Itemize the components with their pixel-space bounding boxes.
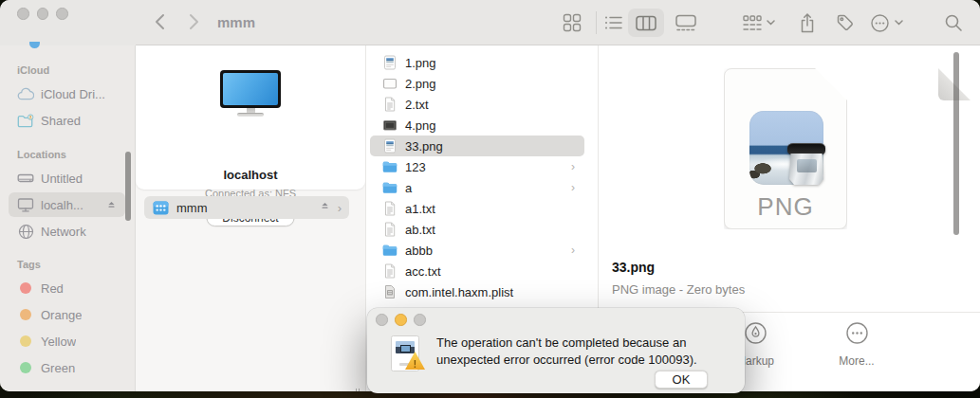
png-document-icon: PNG bbox=[724, 68, 847, 229]
server-info-card: localhost Connected as: NFS Disconnect bbox=[136, 45, 365, 190]
search-button[interactable] bbox=[939, 9, 968, 37]
sidebar-item-label: Shared bbox=[41, 114, 81, 128]
file-row-2-png[interactable]: 2.png bbox=[366, 73, 598, 94]
file-list-scrollbar[interactable] bbox=[953, 52, 959, 235]
warning-document-icon: ! bbox=[391, 335, 419, 371]
tag-color-dot bbox=[20, 282, 31, 294]
tag-color-dot bbox=[20, 362, 31, 373]
more-icon bbox=[845, 321, 869, 348]
chevron-down-icon bbox=[767, 20, 775, 26]
sidebar-item-untitled[interactable]: Untitled bbox=[9, 166, 125, 190]
sidebar-item-orange[interactable]: Orange bbox=[9, 302, 125, 327]
warning-triangle-icon: ! bbox=[405, 352, 425, 370]
file-name: ab.txt bbox=[405, 223, 435, 237]
text-file-icon bbox=[382, 222, 398, 237]
icon-view-button[interactable] bbox=[558, 9, 586, 37]
eject-icon[interactable] bbox=[319, 199, 331, 216]
share-button[interactable] bbox=[793, 9, 822, 37]
hard-drive-icon bbox=[17, 170, 34, 187]
sidebar-item-shared[interactable]: Shared bbox=[9, 108, 125, 133]
back-button[interactable] bbox=[155, 13, 165, 34]
error-dialog: ! The operation can't be completed becau… bbox=[367, 308, 745, 393]
sidebar-item-icloud-dri[interactable]: iCloud Dri... bbox=[9, 81, 125, 106]
column-divider[interactable] bbox=[365, 45, 366, 391]
folder-icon bbox=[382, 159, 398, 174]
network-share-icon bbox=[152, 199, 169, 216]
cloud-icon bbox=[17, 85, 34, 102]
text-file-icon bbox=[382, 97, 398, 112]
plist-file-icon bbox=[382, 284, 398, 299]
sidebar-item-red[interactable]: Red bbox=[9, 276, 125, 300]
file-row-com-intel-haxm-plist[interactable]: com.intel.haxm.plist bbox=[366, 281, 598, 302]
display-icon bbox=[17, 196, 34, 213]
file-name: 123 bbox=[405, 160, 426, 174]
file-row-1-png[interactable]: 1.png bbox=[366, 52, 598, 73]
sidebar-item-network[interactable]: Network bbox=[9, 219, 125, 244]
chevron-right-icon: › bbox=[571, 244, 575, 257]
file-name: a1.txt bbox=[405, 202, 435, 216]
file-row-a[interactable]: a› bbox=[366, 177, 598, 198]
sidebar-scrollbar[interactable] bbox=[125, 152, 131, 221]
minimize-button[interactable] bbox=[37, 8, 49, 20]
chevron-right-icon: › bbox=[571, 181, 575, 194]
toolbar-divider bbox=[136, 45, 980, 45]
server-column: localhost Connected as: NFS Disconnect m… bbox=[136, 45, 365, 391]
chevron-right-icon: › bbox=[338, 201, 342, 215]
share-row-mmm[interactable]: mmm › bbox=[144, 196, 349, 219]
shared-folder-icon bbox=[17, 112, 34, 129]
file-row-123[interactable]: 123› bbox=[366, 156, 598, 177]
more-button[interactable]: More... bbox=[823, 321, 890, 368]
sidebar-item-label: Red bbox=[41, 281, 64, 296]
dialog-window-controls bbox=[376, 314, 426, 326]
sidebar-item-localh[interactable]: localh... bbox=[9, 192, 125, 217]
text-file-icon bbox=[382, 201, 398, 216]
png-photo-icon bbox=[382, 55, 398, 70]
tags-button[interactable] bbox=[831, 9, 860, 37]
folder-icon bbox=[382, 243, 398, 258]
sidebar-item-yellow[interactable]: Yellow bbox=[9, 329, 125, 353]
sidebar-item-green[interactable]: Green bbox=[9, 355, 125, 380]
more-toolbar-button[interactable] bbox=[867, 9, 905, 37]
sidebar-item-label: Network bbox=[41, 225, 86, 239]
sidebar-item-label: Orange bbox=[41, 308, 82, 322]
file-name: 4.png bbox=[405, 118, 436, 133]
column-view-button[interactable] bbox=[628, 9, 664, 37]
gallery-view-button[interactable] bbox=[672, 9, 700, 37]
toolbar-separator bbox=[596, 11, 597, 34]
zoom-button[interactable] bbox=[56, 8, 68, 20]
sidebar-item-label: Green bbox=[41, 361, 75, 375]
sidebar-section-label-locations: Locations bbox=[0, 149, 135, 160]
dialog-close-button bbox=[376, 314, 388, 326]
preview-file-name: 33.png bbox=[612, 260, 655, 275]
tag-dot-icon bbox=[17, 333, 34, 350]
file-row-abbb[interactable]: abbb› bbox=[366, 240, 598, 261]
file-name: acc.txt bbox=[405, 264, 441, 279]
file-name: 1.png bbox=[405, 56, 436, 70]
dialog-minimize-button[interactable] bbox=[395, 314, 407, 326]
tag-dot-icon bbox=[17, 306, 34, 323]
error-message: The operation can't be completed because… bbox=[436, 335, 749, 369]
file-row-ab-txt[interactable]: ab.txt bbox=[366, 219, 598, 240]
glass-jar-icon bbox=[786, 143, 827, 189]
eject-icon[interactable] bbox=[105, 199, 118, 211]
tag-dot-icon bbox=[17, 280, 34, 297]
png-dark-icon bbox=[382, 118, 398, 133]
group-by-button[interactable] bbox=[740, 9, 778, 37]
column-resize-handle[interactable] bbox=[356, 382, 362, 389]
display-icon bbox=[220, 70, 281, 117]
file-row-2-txt[interactable]: 2.txt bbox=[366, 94, 598, 115]
png-blank-icon bbox=[382, 76, 398, 91]
file-row-33-png[interactable]: 33.png bbox=[366, 136, 598, 156]
forward-button[interactable] bbox=[189, 13, 199, 34]
list-view-button[interactable] bbox=[600, 9, 628, 37]
close-button[interactable] bbox=[17, 8, 29, 20]
sidebar-section-label-tags: Tags bbox=[0, 259, 135, 270]
file-row-acc-txt[interactable]: acc.txt bbox=[366, 261, 598, 281]
finder-toolbar: mmm bbox=[0, 0, 980, 45]
png-photo-icon bbox=[382, 138, 398, 154]
file-row-a1-txt[interactable]: a1.txt bbox=[366, 198, 598, 219]
file-row-4-png[interactable]: 4.png bbox=[366, 115, 598, 136]
file-name: 2.txt bbox=[405, 98, 429, 112]
ok-button[interactable]: OK bbox=[655, 371, 708, 389]
dialog-zoom-button bbox=[414, 314, 426, 326]
